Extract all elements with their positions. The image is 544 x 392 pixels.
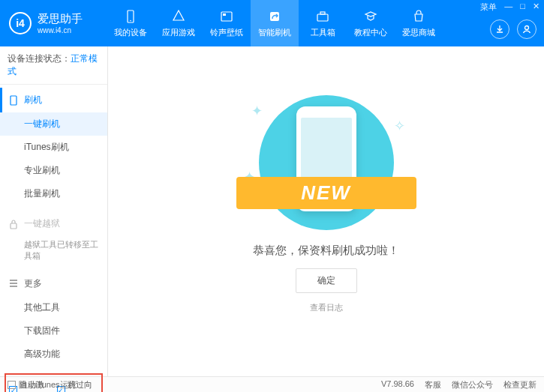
menu-button[interactable]: 菜单 xyxy=(480,1,497,13)
customer-service-link[interactable]: 客服 xyxy=(425,379,441,391)
svg-rect-5 xyxy=(317,14,328,21)
toolbox-icon xyxy=(315,9,330,24)
tutorial-icon xyxy=(363,9,378,24)
sidebar-jailbreak-header[interactable]: 一键越狱 xyxy=(0,211,107,236)
store-icon xyxy=(411,9,426,24)
maximize-button[interactable]: □ xyxy=(520,1,525,13)
svg-rect-9 xyxy=(11,223,17,229)
body: 设备连接状态：正常模式 刷机 一键刷机 iTunes刷机 专业刷机 批量刷机 一… xyxy=(0,46,544,376)
nav-apps[interactable]: 应用游戏 xyxy=(155,0,203,46)
check-update-link[interactable]: 检查更新 xyxy=(503,379,536,391)
main-content: ✦ ✧ ✦ NEW 恭喜您，保资料刷机成功啦！ 确定 查看日志 xyxy=(108,46,544,376)
success-message: 恭喜您，保资料刷机成功啦！ xyxy=(253,244,399,258)
sidebar-flash-header[interactable]: 刷机 xyxy=(0,88,107,112)
svg-rect-2 xyxy=(221,12,232,21)
jailbreak-note: 越狱工具已转移至工具箱 xyxy=(0,236,107,265)
header-right xyxy=(490,19,536,39)
nav-flash[interactable]: 智能刷机 xyxy=(251,0,299,46)
brand-text: 爱思助手 www.i4.cn xyxy=(38,12,83,34)
svg-point-7 xyxy=(525,26,529,30)
flash-icon xyxy=(267,9,282,24)
sidebar-batch-flash[interactable]: 批量刷机 xyxy=(0,182,107,205)
svg-point-1 xyxy=(130,19,131,21)
main-nav: 我的设备 应用游戏 铃声壁纸 智能刷机 工具箱 教程中心 爱思商城 xyxy=(107,0,443,46)
sparkle-icon: ✧ xyxy=(394,118,405,134)
wechat-link[interactable]: 微信公众号 xyxy=(452,379,493,391)
lock-icon xyxy=(9,219,18,229)
confirm-button[interactable]: 确定 xyxy=(296,268,357,293)
sidebar-itunes-flash[interactable]: iTunes刷机 xyxy=(0,136,107,159)
brand-title: 爱思助手 xyxy=(38,12,83,26)
brand-url: www.i4.cn xyxy=(38,26,83,34)
svg-rect-8 xyxy=(11,96,17,105)
nav-store[interactable]: 爱思商城 xyxy=(395,0,443,46)
wallpaper-icon xyxy=(219,9,234,24)
svg-rect-4 xyxy=(270,12,279,21)
device-icon xyxy=(123,9,138,24)
svg-rect-3 xyxy=(223,13,226,16)
sidebar-advanced[interactable]: 高级功能 xyxy=(0,343,107,366)
phone-icon xyxy=(9,95,18,106)
nav-ringtones[interactable]: 铃声壁纸 xyxy=(203,0,251,46)
nav-toolbox[interactable]: 工具箱 xyxy=(299,0,347,46)
nav-my-device[interactable]: 我的设备 xyxy=(107,0,155,46)
logo-area: i4 爱思助手 www.i4.cn xyxy=(9,12,107,34)
window-controls: 菜单 — □ ✕ xyxy=(480,1,539,13)
list-icon xyxy=(9,279,18,288)
sidebar-pro-flash[interactable]: 专业刷机 xyxy=(0,159,107,182)
connection-status: 设备连接状态：正常模式 xyxy=(0,46,107,85)
new-ribbon: NEW xyxy=(236,177,416,209)
sidebar-download-firmware[interactable]: 下载固件 xyxy=(0,319,107,343)
logo-icon: i4 xyxy=(9,12,32,34)
sidebar-other-tools[interactable]: 其他工具 xyxy=(0,296,107,319)
close-button[interactable]: ✕ xyxy=(533,1,539,13)
block-itunes-checkbox[interactable]: 阻止iTunes运行 xyxy=(8,379,77,391)
sparkle-icon: ✦ xyxy=(251,103,263,119)
success-illustration: ✦ ✧ ✦ NEW xyxy=(244,95,409,230)
user-button[interactable] xyxy=(517,19,536,39)
minimize-button[interactable]: — xyxy=(504,1,512,13)
app-header: i4 爱思助手 www.i4.cn 我的设备 应用游戏 铃声壁纸 智能刷机 工具… xyxy=(0,0,544,46)
version-label: V7.98.66 xyxy=(381,379,414,391)
view-log-link[interactable]: 查看日志 xyxy=(310,302,343,313)
apps-icon xyxy=(171,9,186,24)
sidebar-oneclick-flash[interactable]: 一键刷机 xyxy=(0,112,107,136)
sidebar-more-header[interactable]: 更多 xyxy=(0,271,107,296)
nav-tutorials[interactable]: 教程中心 xyxy=(347,0,395,46)
sidebar: 设备连接状态：正常模式 刷机 一键刷机 iTunes刷机 专业刷机 批量刷机 一… xyxy=(0,46,108,376)
svg-rect-6 xyxy=(320,12,325,14)
download-button[interactable] xyxy=(490,19,509,39)
